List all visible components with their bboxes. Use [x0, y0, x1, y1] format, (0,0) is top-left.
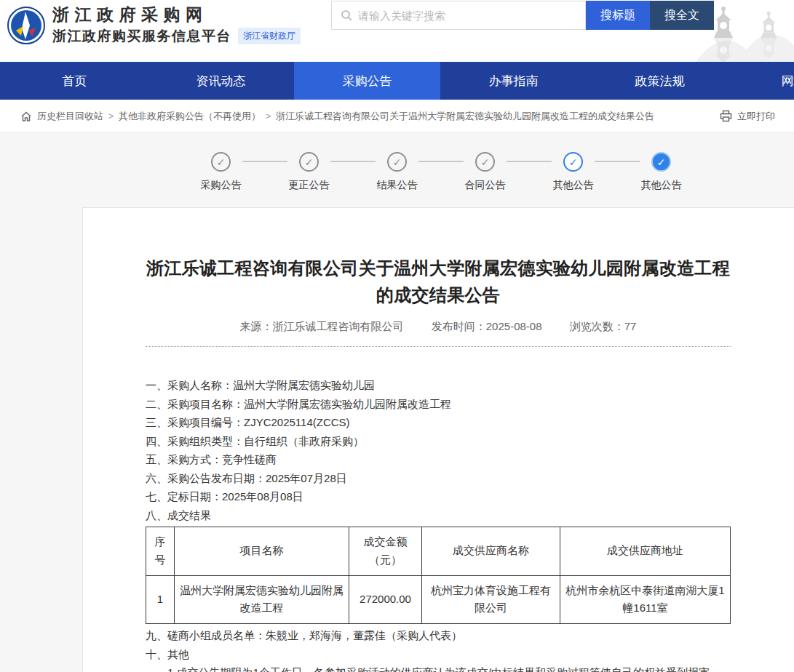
step-label: 结果公告 [377, 179, 418, 192]
home-icon [20, 111, 32, 122]
item-organization-type: 四、采购组织类型：自行组织（非政府采购） [146, 432, 731, 451]
page-lower-area: 浙江乐诚工程咨询有限公司关于温州大学附属宏德实验幼儿园附属改造工程的成交结果公告… [0, 207, 794, 672]
check-icon: ✓ [393, 156, 402, 168]
meta-divider [146, 346, 731, 347]
col-header-supplier-name: 成交供应商名称 [422, 527, 560, 576]
cell-supplier-address: 杭州市余杭区中泰街道南湖大厦1幢1611室 [560, 575, 731, 624]
article-body: 一、采购人名称：温州大学附属宏德实验幼儿园 二、采购项目名称：温州大学附属宏德实… [146, 376, 731, 672]
breadcrumb-item-current: 浙江乐诚工程咨询有限公司关于温州大学附属宏德实验幼儿园附属改造工程的成交结果公告 [276, 110, 654, 123]
search-input[interactable] [358, 9, 576, 22]
nav-item-home[interactable]: 首页 [1, 62, 148, 100]
step-procurement-notice[interactable]: ✓ 采购公告 [177, 152, 265, 192]
item-other: 十、其他 [146, 645, 731, 664]
site-logo[interactable]: 浙江政府采购网 浙江政府购买服务信息平台 浙江省财政厅 [7, 5, 301, 46]
step-label: 采购公告 [201, 179, 242, 192]
notice-period-paragraph: 1.成交公告期限为1个工作日，各参加采购活动的供应商认为该成交/中标结果和采购过… [146, 663, 731, 672]
step-label: 其他公告 [641, 179, 682, 192]
col-header-supplier-address: 成交供应商地址 [560, 527, 731, 576]
col-header-project-name: 项目名称 [175, 527, 349, 576]
nav-item-news[interactable]: 资讯动态 [148, 62, 294, 100]
award-result-table: 序号 项目名称 成交金额 （元） 成交供应商名称 成交供应商地址 1 温州大学附… [146, 527, 731, 624]
item-project-number: 三、采购项目编号：ZJYC2025114(ZCCS) [146, 413, 731, 432]
search-title-button[interactable]: 搜标题 [586, 1, 650, 30]
item-purchaser-name: 一、采购人名称：温州大学附属宏德实验幼儿园 [146, 376, 731, 395]
step-correction-notice[interactable]: ✓ 更正公告 [265, 152, 353, 192]
breadcrumb: 历史栏目回收站 > 其他非政府采购公告（不再使用） > 浙江乐诚工程咨询有限公司… [0, 100, 794, 133]
nav-item-policies[interactable]: 政策法规 [587, 62, 733, 100]
breadcrumb-item-category[interactable]: 其他非政府采购公告（不再使用） [119, 110, 261, 123]
finance-dept-badge: 浙江省财政厅 [238, 28, 301, 44]
step-other-notice-current[interactable]: ✓ 其他公告 [617, 152, 705, 192]
nav-item-service-guide[interactable]: 办事指南 [440, 62, 587, 100]
cell-supplier-name: 杭州宝力体育设施工程有限公司 [422, 575, 560, 624]
breadcrumb-item-recycle[interactable]: 历史栏目回收站 [37, 110, 103, 123]
cell-seq: 1 [146, 575, 175, 624]
step-label: 合同公告 [465, 179, 506, 192]
check-icon: ✓ [217, 156, 226, 168]
col-header-amount: 成交金额 （元） [349, 527, 422, 576]
article-meta: 来源：浙江乐诚工程咨询有限公司 发布时间：2025-08-08 浏览次数：77 [146, 320, 731, 334]
step-label: 其他公告 [553, 179, 594, 192]
article-title: 浙江乐诚工程咨询有限公司关于温州大学附属宏德实验幼儿园附属改造工程的成交结果公告 [146, 255, 731, 308]
site-subtitle: 浙江政府购买服务信息平台 [52, 27, 231, 46]
printer-icon [720, 110, 732, 122]
step-result-notice[interactable]: ✓ 结果公告 [353, 152, 441, 192]
notice-steps: ✓ 采购公告 ✓ 更正公告 ✓ 结果公告 ✓ 合同公告 ✓ 其他公告 ✓ 其他公… [177, 133, 794, 192]
col-header-seq: 序号 [146, 527, 175, 576]
breadcrumb-separator: > [266, 111, 271, 121]
search-fulltext-button[interactable]: 搜全文 [650, 1, 714, 30]
article-card: 浙江乐诚工程咨询有限公司关于温州大学附属宏德实验幼儿园附属改造工程的成交结果公告… [82, 207, 794, 672]
cell-amount: 272000.00 [349, 575, 422, 624]
search-icon [341, 9, 352, 21]
item-notice-date: 六、采购公告发布日期：2025年07月28日 [146, 469, 731, 488]
step-other-notice[interactable]: ✓ 其他公告 [529, 152, 617, 192]
step-contract-notice[interactable]: ✓ 合同公告 [441, 152, 529, 192]
nav-item-site-work[interactable]: 网站工作 [733, 62, 794, 100]
main-nav: 首页 资讯动态 采购公告 办事指南 政策法规 网站工作 [0, 62, 794, 100]
step-label: 更正公告 [289, 179, 330, 192]
table-header-row: 序号 项目名称 成交金额 （元） 成交供应商名称 成交供应商地址 [146, 527, 731, 576]
print-label: 立即打印 [737, 110, 775, 123]
nav-item-procurement-notices[interactable]: 采购公告 [294, 62, 440, 100]
print-button[interactable]: 立即打印 [710, 110, 775, 123]
site-header: 浙江政府采购网 浙江政府购买服务信息平台 浙江省财政厅 搜标题 搜全文 [0, 0, 794, 62]
item-project-name: 二、采购项目名称：温州大学附属宏德实验幼儿园附属改造工程 [146, 395, 731, 414]
item-procurement-method: 五、采购方式：竞争性磋商 [146, 450, 731, 469]
article-view-count: 浏览次数：77 [570, 320, 637, 332]
site-logo-icon [7, 7, 45, 44]
article-publish-time: 发布时间：2025-08-08 [432, 320, 542, 332]
notice-steps-band: ✓ 采购公告 ✓ 更正公告 ✓ 结果公告 ✓ 合同公告 ✓ 其他公告 ✓ 其他公… [0, 133, 794, 207]
site-title: 浙江政府采购网 [52, 5, 301, 25]
search-bar: 搜标题 搜全文 [331, 1, 714, 30]
item-award-result: 八、成交结果 [146, 506, 731, 525]
search-box [331, 1, 586, 30]
check-icon: ✓ [569, 156, 578, 168]
check-icon: ✓ [305, 156, 314, 168]
breadcrumb-separator: > [108, 111, 114, 121]
article-source: 来源：浙江乐诚工程咨询有限公司 [240, 320, 404, 332]
table-row: 1 温州大学附属宏德实验幼儿园附属改造工程 272000.00 杭州宝力体育设施… [146, 575, 731, 624]
site-title-block: 浙江政府采购网 浙江政府购买服务信息平台 浙江省财政厅 [52, 5, 301, 46]
check-icon: ✓ [657, 156, 666, 168]
cell-project-name: 温州大学附属宏德实验幼儿园附属改造工程 [175, 575, 349, 624]
check-icon: ✓ [481, 156, 490, 168]
item-award-date: 七、定标日期：2025年08月08日 [146, 487, 731, 506]
item-panel-members: 九、磋商小组成员名单：朱競业，郑海海，董露佳（采购人代表） [146, 626, 731, 645]
